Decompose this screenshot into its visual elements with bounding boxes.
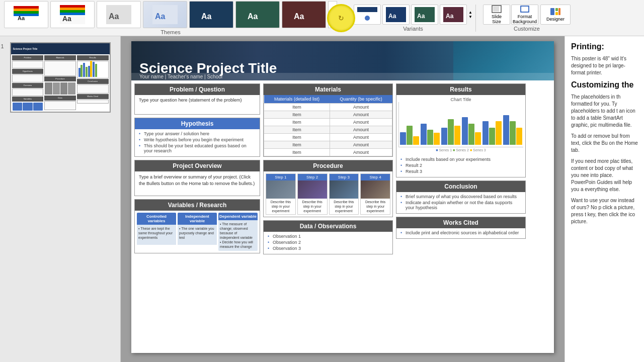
results-item-2: Result 2 <box>400 163 521 168</box>
problem-section: Problem / Question Type your question he… <box>134 83 260 115</box>
hypothesis-item-1: Type your answer / solution here <box>139 131 256 136</box>
step-header-1: Step 1 <box>266 174 295 180</box>
theme-4[interactable]: Aa <box>143 1 187 28</box>
hypothesis-header: Hypothesis <box>135 118 260 129</box>
slide-content: Problem / Question Type your question he… <box>131 80 554 353</box>
results-item-3: Result 3 <box>400 169 521 174</box>
material-item: Item <box>264 119 330 126</box>
project-overview-body[interactable]: Type a brief overview or summary of your… <box>135 171 260 196</box>
material-qty: Amount <box>330 134 392 141</box>
mini-body-1 <box>12 61 44 68</box>
right-panel-title2: Customizing the <box>571 80 638 89</box>
mini-section-5: Materials <box>44 55 76 60</box>
svg-point-24 <box>365 16 370 21</box>
design-ideas-button[interactable]: Designer <box>540 5 571 25</box>
mini-bar-7 <box>93 62 95 77</box>
themes-section: Aa Aa Aa Aa Aa Aa <box>4 1 337 35</box>
material-qty: Amount <box>330 126 392 134</box>
svg-rect-37 <box>555 12 558 15</box>
mini-var-1 <box>13 103 23 111</box>
step-image-1 <box>266 180 295 199</box>
right-panel-para3: To add or remove bul from text, click th… <box>571 133 638 154</box>
mini-col-1: Problem Hypothesis Overview Variables <box>12 55 44 111</box>
slide-size-icon <box>492 5 502 14</box>
mini-section-6: Procedure <box>44 76 76 81</box>
works-cited-item-1: Include print and electronic sources in … <box>400 230 521 235</box>
mini-body-3 <box>12 88 44 96</box>
theme-office[interactable]: Aa <box>4 1 48 28</box>
step-text-4: Describe this step in your experiment <box>361 199 390 214</box>
right-panel-para4: If you need more plac titles, content or… <box>571 158 638 193</box>
mini-step-1 <box>45 82 52 95</box>
bar-2-1 <box>421 124 427 145</box>
works-cited-header: Works Cited <box>396 217 525 228</box>
slide-canvas[interactable]: Science Project Title Your name | Teache… <box>131 41 554 353</box>
data-item-1: Observation 1 <box>268 234 388 239</box>
material-qty: Amount <box>330 119 392 126</box>
theme-3[interactable]: Aa <box>97 1 141 28</box>
conclusion-item-2: Indicate and explain whether or not the … <box>400 200 521 210</box>
hypothesis-list: Type your answer / solution here Write h… <box>135 129 260 156</box>
format-bg-label: Format Background <box>513 14 537 24</box>
bar-4-3 <box>475 132 481 145</box>
step-image-2 <box>298 180 327 199</box>
procedure-section: Procedure Step 1Describe this step in yo… <box>263 160 393 217</box>
svg-rect-38 <box>558 8 560 15</box>
variant-3[interactable]: Aa <box>411 5 438 25</box>
bar-5-1 <box>482 121 489 145</box>
variant-4[interactable]: Aa <box>440 5 467 25</box>
hypothesis-section: Hypothesis Type your answer / solution h… <box>134 118 260 157</box>
bar-1-2 <box>407 126 413 145</box>
slide-header: Science Project Title Your name | Teache… <box>131 41 554 80</box>
mini-body-2 <box>12 74 44 82</box>
slide-size-label: Slide Size <box>492 14 502 24</box>
slide-thumb-content: Science Project Title Problem Hypothesis… <box>10 42 111 113</box>
bar-group-4 <box>462 117 481 145</box>
variants-dropdown[interactable]: ▲ ▼ <box>468 10 472 19</box>
controlled-var-body[interactable]: • These are kept the same throughout you… <box>137 225 176 245</box>
results-list: Include results based on your experiment… <box>396 155 525 177</box>
format-bg-button[interactable]: Format Background <box>511 5 538 25</box>
independent-var-body[interactable]: • The one variable you purposely change … <box>178 225 217 245</box>
theme-6[interactable]: Aa <box>235 1 280 28</box>
bar-3-3 <box>454 126 460 145</box>
step-box-2: Step 2Describe this step in your experim… <box>297 173 328 215</box>
design-ideas-label: Designer <box>546 17 565 22</box>
mini-bar-group-1 <box>78 65 83 77</box>
conclusion-list: Brief summary of what you discovered bas… <box>396 192 525 213</box>
mini-bar-1 <box>78 68 80 77</box>
table-row: ItemAmount <box>264 119 392 126</box>
bar-4-1 <box>462 117 468 145</box>
step-box-3: Step 3Describe this step in your experim… <box>329 173 359 215</box>
svg-text:Aa: Aa <box>18 15 25 21</box>
slide-thumbnail-1[interactable]: 1 Science Project Title Problem Hypothes… <box>10 42 111 113</box>
mini-body-7 <box>77 100 109 104</box>
conclusion-header: Conclusion <box>396 181 525 192</box>
material-item: Item <box>264 141 330 149</box>
svg-rect-9 <box>60 10 85 13</box>
bar-chart <box>398 102 523 147</box>
data-header: Data / Observations <box>264 221 392 232</box>
material-qty: Amount <box>330 104 392 111</box>
materials-header-row: Materials (detailed list) Quantity (be s… <box>264 95 392 104</box>
mini-section-8: Results <box>77 55 109 60</box>
step-img-placeholder-1 <box>266 180 295 199</box>
dependent-var-body[interactable]: • The measure of change; observed becaus… <box>218 220 258 251</box>
theme-7[interactable]: Aa <box>282 1 326 28</box>
variant-1[interactable] <box>354 5 381 25</box>
results-header: Results <box>396 84 525 95</box>
theme-5[interactable]: Aa <box>189 1 233 28</box>
conclusion-section: Conclusion Brief summary of what you dis… <box>396 180 526 214</box>
right-panel: Printing: This poster is 48" wid It's de… <box>565 36 644 362</box>
problem-body[interactable]: Type your question here (statement of th… <box>135 95 260 114</box>
step-img-placeholder-2 <box>298 180 327 199</box>
slide-size-button[interactable]: Slide Size <box>483 5 510 25</box>
step-header-4: Step 4 <box>361 174 390 180</box>
step-img-placeholder-4 <box>361 180 390 199</box>
design-ideas-icon <box>550 8 561 17</box>
variant-2[interactable]: Aa <box>382 5 410 25</box>
svg-rect-23 <box>357 7 377 12</box>
theme-2[interactable]: Aa <box>50 1 95 28</box>
mini-section-9: Conclusion <box>77 79 109 84</box>
svg-text:Aa: Aa <box>155 12 166 21</box>
